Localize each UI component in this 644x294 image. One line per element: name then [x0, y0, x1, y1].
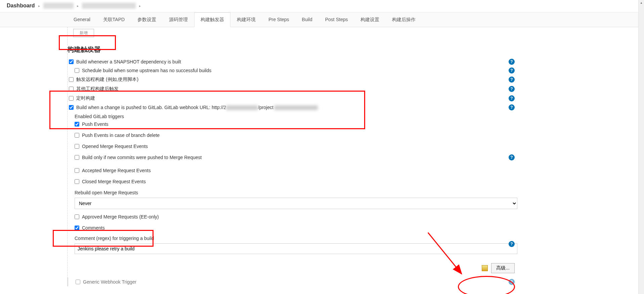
- gitlab-accepted-mr-row: Accepted Merge Request Events: [67, 162, 517, 175]
- trigger-schedule-upstream-label: Schedule build when some upstream has no…: [82, 68, 211, 73]
- help-icon[interactable]: ?: [509, 154, 515, 160]
- generic-webhook-row: Generic Webhook Trigger ?: [67, 278, 517, 286]
- help-icon[interactable]: ?: [509, 59, 515, 65]
- trigger-gitlab-checkbox[interactable]: [69, 105, 74, 110]
- gitlab-approved-mr-row: Approved Merge Requests (EE-only): [67, 211, 517, 221]
- add-button[interactable]: 新增: [73, 29, 94, 37]
- gitlab-push-delete-checkbox[interactable]: [75, 133, 79, 138]
- scroll-up-icon[interactable]: ▲: [639, 0, 644, 6]
- breadcrumb-item-redacted-1[interactable]: [43, 3, 74, 9]
- gitlab-approved-mr-label: Approved Merge Requests (EE-only): [82, 214, 159, 219]
- help-icon[interactable]: ?: [509, 86, 515, 92]
- gitlab-opened-mr-label: Opened Merge Request Events: [82, 144, 148, 149]
- tab-build-triggers[interactable]: 构建触发器: [194, 12, 230, 27]
- gitlab-label-prefix: Build when a change is pushed to GitLab.…: [76, 105, 226, 110]
- advanced-button[interactable]: 高级...: [491, 263, 515, 273]
- trigger-other-project-checkbox[interactable]: [69, 87, 74, 91]
- breadcrumb-item-redacted-2[interactable]: [82, 3, 136, 9]
- tab-post-build[interactable]: 构建后操作: [386, 12, 422, 27]
- tab-post-steps[interactable]: Post Steps: [319, 12, 354, 27]
- trigger-other-project-label: 其他工程构建后触发: [76, 86, 119, 92]
- notepad-icon[interactable]: [482, 265, 488, 271]
- rebuild-mr-select[interactable]: Never: [75, 198, 517, 209]
- section-title: 构建触发器: [67, 40, 517, 57]
- gitlab-label-suffix: /project: [258, 105, 273, 110]
- vertical-scrollbar[interactable]: ▲: [638, 0, 644, 294]
- breadcrumb-sep-icon: ▸: [77, 4, 79, 8]
- tab-scm[interactable]: 源码管理: [163, 12, 194, 27]
- gitlab-new-commits-mr-label: Build only if new commits were pushed to…: [82, 155, 202, 160]
- gitlab-approved-mr-checkbox[interactable]: [75, 214, 79, 219]
- help-icon[interactable]: ?: [509, 95, 515, 101]
- comment-regex-input[interactable]: [75, 243, 517, 254]
- trigger-snapshot-row: Build whenever a SNAPSHOT dependency is …: [67, 57, 517, 66]
- help-icon[interactable]: ?: [509, 279, 515, 285]
- trigger-gitlab-row: Build when a change is pushed to GitLab.…: [67, 103, 517, 112]
- trigger-snapshot-label: Build whenever a SNAPSHOT dependency is …: [76, 59, 181, 64]
- trigger-other-project-row: 其他工程构建后触发 ?: [67, 84, 517, 94]
- config-tabs: General 关联TAPD 参数设置 源码管理 构建触发器 构建环境 Pre …: [0, 12, 644, 27]
- trigger-remote-row: 触发远程构建 (例如,使用脚本) ?: [67, 75, 517, 84]
- advanced-button-row: 高级...: [67, 256, 517, 276]
- redacted-url-1: [226, 105, 258, 110]
- breadcrumb-sep-icon: ▸: [139, 4, 141, 8]
- gitlab-closed-mr-label: Closed Merge Request Events: [82, 179, 146, 184]
- breadcrumb: Dashboard ▸ ▸ ▸: [0, 0, 644, 12]
- trigger-periodic-checkbox[interactable]: [69, 96, 74, 101]
- redacted-url-2: [274, 105, 318, 110]
- rebuild-mr-label: Rebuild open Merge Requests: [67, 186, 517, 196]
- breadcrumb-root[interactable]: Dashboard: [7, 3, 35, 9]
- comment-regex-label: Comment (regex) for triggering a build: [75, 236, 154, 241]
- gitlab-comments-checkbox[interactable]: [75, 226, 79, 230]
- gitlab-new-commits-mr-row: Build only if new commits were pushed to…: [67, 151, 517, 162]
- trigger-remote-label: 触发远程构建 (例如,使用脚本): [76, 77, 138, 83]
- help-icon[interactable]: ?: [509, 67, 515, 74]
- breadcrumb-sep-icon: ▸: [38, 4, 40, 8]
- help-icon[interactable]: ?: [509, 104, 515, 110]
- trigger-schedule-upstream-row: Schedule build when some upstream has no…: [67, 66, 517, 75]
- tab-params[interactable]: 参数设置: [131, 12, 163, 27]
- gitlab-push-events-label: Push Events: [82, 121, 109, 127]
- generic-webhook-label: Generic Webhook Trigger: [83, 279, 136, 285]
- trigger-periodic-row: 定时构建 ?: [67, 94, 517, 103]
- gitlab-enabled-triggers-label: Enabled GitLab triggers: [67, 112, 517, 120]
- gitlab-push-events-row: Push Events: [67, 120, 517, 129]
- gitlab-closed-mr-row: Closed Merge Request Events: [67, 175, 517, 186]
- trigger-schedule-upstream-checkbox[interactable]: [75, 68, 79, 73]
- comment-regex-label-row: Comment (regex) for triggering a build ?: [67, 232, 517, 242]
- gitlab-push-delete-label: Push Events in case of branch delete: [82, 133, 160, 138]
- content-area: 新增 构建触发器 Build whenever a SNAPSHOT depen…: [0, 27, 524, 286]
- gitlab-opened-mr-checkbox[interactable]: [75, 144, 79, 149]
- gitlab-opened-mr-row: Opened Merge Request Events: [67, 140, 517, 151]
- tab-build-env[interactable]: 构建环境: [230, 12, 262, 27]
- gitlab-new-commits-mr-checkbox[interactable]: [75, 155, 79, 160]
- gitlab-accepted-mr-checkbox[interactable]: [75, 168, 79, 173]
- gitlab-comments-label: Comments: [82, 225, 105, 231]
- trigger-snapshot-checkbox[interactable]: [69, 59, 74, 64]
- gitlab-accepted-mr-label: Accepted Merge Request Events: [82, 168, 151, 173]
- generic-webhook-checkbox[interactable]: [76, 280, 80, 284]
- help-icon[interactable]: ?: [509, 77, 515, 83]
- gitlab-push-delete-row: Push Events in case of branch delete: [67, 129, 517, 140]
- tab-general[interactable]: General: [67, 12, 97, 27]
- tab-pre-steps[interactable]: Pre Steps: [262, 12, 295, 27]
- trigger-periodic-label: 定时构建: [76, 95, 95, 101]
- gitlab-push-events-checkbox[interactable]: [75, 122, 79, 127]
- gitlab-comments-row: Comments: [67, 221, 517, 232]
- tab-build-settings[interactable]: 构建设置: [354, 12, 386, 27]
- gitlab-closed-mr-checkbox[interactable]: [75, 179, 79, 184]
- trigger-gitlab-label: Build when a change is pushed to GitLab.…: [76, 105, 318, 110]
- tab-tapd[interactable]: 关联TAPD: [97, 12, 131, 27]
- trigger-remote-checkbox[interactable]: [69, 77, 74, 82]
- tab-build[interactable]: Build: [296, 12, 319, 27]
